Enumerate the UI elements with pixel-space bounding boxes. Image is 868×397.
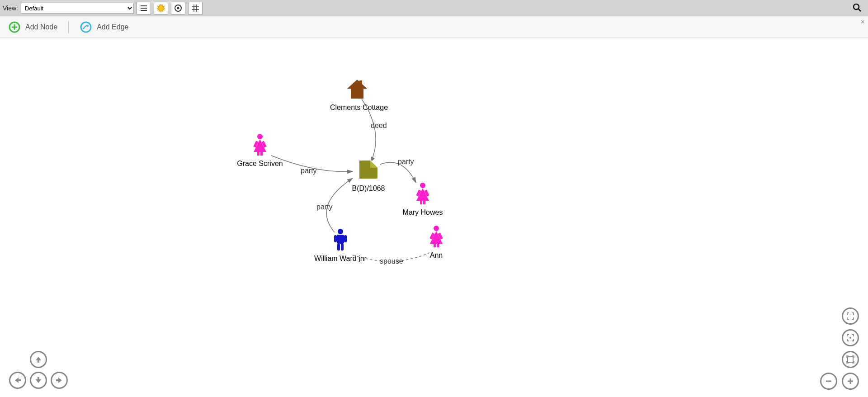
node-grace-scriven[interactable]: Grace Scriven bbox=[235, 133, 285, 168]
target-button[interactable] bbox=[171, 2, 185, 14]
nav-controls bbox=[9, 351, 69, 390]
search-button[interactable] bbox=[853, 3, 862, 14]
menu-icon bbox=[140, 5, 147, 11]
svg-rect-45 bbox=[437, 244, 439, 247]
edge-label-party-mary: party bbox=[398, 158, 414, 166]
svg-point-46 bbox=[849, 337, 851, 339]
node-william-ward[interactable]: William Ward jnr bbox=[311, 228, 370, 263]
edge-layer bbox=[0, 38, 868, 397]
svg-point-34 bbox=[338, 229, 343, 234]
svg-rect-24 bbox=[260, 152, 263, 156]
arrow-up-icon bbox=[34, 355, 42, 364]
female-icon bbox=[414, 182, 432, 205]
fit-selection-icon bbox=[846, 355, 855, 364]
node-mary-howes[interactable]: Mary Howes bbox=[398, 182, 448, 217]
svg-line-10 bbox=[859, 9, 861, 11]
close-icon[interactable]: ✕ bbox=[860, 19, 865, 25]
pan-down-button[interactable] bbox=[30, 372, 47, 389]
menu-button[interactable] bbox=[137, 2, 151, 14]
add-edge-icon bbox=[80, 21, 92, 33]
fit-selection-button[interactable] bbox=[842, 351, 859, 368]
minus-icon bbox=[824, 377, 833, 386]
female-icon bbox=[251, 133, 269, 156]
male-icon bbox=[331, 228, 349, 251]
svg-rect-17 bbox=[351, 89, 363, 99]
fit-view-icon bbox=[846, 333, 855, 342]
toolbar-top: View: Default bbox=[0, 0, 868, 16]
svg-point-4 bbox=[177, 7, 179, 9]
zoom-in-button[interactable] bbox=[842, 373, 859, 390]
toolbar-action: Add Node Add Edge ✕ bbox=[0, 16, 868, 38]
edge-label-deed: deed bbox=[371, 122, 387, 130]
sun-button[interactable] bbox=[154, 2, 168, 14]
add-edge-label: Add Edge bbox=[97, 23, 128, 31]
node-label: B(D)/1068 bbox=[346, 184, 391, 193]
svg-rect-39 bbox=[341, 244, 344, 250]
view-select[interactable]: Default bbox=[21, 3, 134, 14]
house-icon bbox=[344, 79, 370, 100]
pan-up-button[interactable] bbox=[30, 351, 47, 368]
edge-label-party-grace: party bbox=[301, 167, 317, 175]
node-label: Clements Cottage bbox=[330, 104, 384, 112]
fullscreen-expand-button[interactable] bbox=[842, 307, 859, 325]
svg-point-28 bbox=[420, 183, 425, 188]
zoom-controls bbox=[820, 307, 859, 390]
add-node-label: Add Node bbox=[25, 23, 57, 31]
svg-rect-36 bbox=[334, 235, 337, 242]
pan-right-button[interactable] bbox=[51, 372, 68, 389]
search-icon bbox=[853, 3, 862, 12]
svg-point-40 bbox=[434, 226, 439, 231]
arrow-down-icon bbox=[34, 376, 42, 384]
svg-point-9 bbox=[854, 4, 859, 9]
svg-marker-16 bbox=[347, 80, 367, 89]
fit-view-button[interactable] bbox=[842, 329, 859, 346]
node-ann[interactable]: Ann bbox=[423, 225, 450, 260]
add-node-button[interactable]: Add Node bbox=[5, 19, 60, 35]
female-icon bbox=[427, 225, 445, 248]
svg-point-14 bbox=[81, 22, 91, 32]
add-node-icon bbox=[8, 21, 21, 33]
fullscreen-expand-icon bbox=[846, 312, 855, 321]
edge-label-spouse: spouse bbox=[380, 257, 403, 265]
svg-rect-32 bbox=[420, 201, 422, 204]
svg-rect-37 bbox=[344, 235, 347, 242]
node-bd1068[interactable]: B(D)/1068 bbox=[346, 158, 391, 193]
sun-icon bbox=[156, 3, 166, 13]
node-clements-cottage[interactable]: Clements Cottage bbox=[330, 79, 384, 112]
svg-rect-35 bbox=[337, 235, 344, 244]
arrow-left-icon bbox=[14, 376, 22, 384]
svg-rect-47 bbox=[848, 357, 853, 362]
toolbar-divider bbox=[68, 21, 69, 33]
document-icon bbox=[357, 158, 380, 181]
node-label: William Ward jnr bbox=[311, 255, 370, 263]
target-icon bbox=[174, 4, 182, 12]
svg-rect-44 bbox=[434, 244, 436, 247]
node-label: Grace Scriven bbox=[235, 160, 285, 168]
pan-left-button[interactable] bbox=[9, 372, 26, 389]
node-label: Ann bbox=[423, 251, 450, 260]
add-edge-button[interactable]: Add Edge bbox=[77, 19, 131, 35]
arrow-right-icon bbox=[55, 376, 63, 384]
svg-rect-23 bbox=[257, 152, 259, 156]
edge-label-party-william: party bbox=[316, 203, 333, 211]
grid-icon bbox=[192, 5, 199, 12]
graph-canvas[interactable]: Clements Cottage Grace Scriven B(D)/1068 bbox=[0, 38, 868, 397]
svg-rect-33 bbox=[423, 201, 425, 204]
plus-icon bbox=[846, 377, 855, 386]
svg-rect-18 bbox=[359, 80, 362, 86]
zoom-out-button[interactable] bbox=[820, 373, 837, 390]
svg-point-19 bbox=[257, 134, 263, 139]
node-label: Mary Howes bbox=[398, 208, 448, 217]
view-label: View: bbox=[3, 5, 18, 12]
grid-button[interactable] bbox=[188, 2, 203, 14]
svg-rect-38 bbox=[337, 244, 340, 250]
